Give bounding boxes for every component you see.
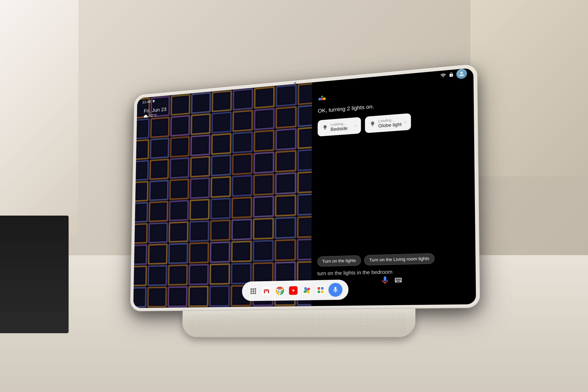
google-assistant-mic-button[interactable] [328, 283, 342, 297]
svg-rect-111 [321, 290, 324, 293]
chevron-right-icon-globe: › [404, 120, 406, 124]
window-right [470, 0, 588, 176]
svg-rect-108 [318, 287, 320, 290]
location-icon [152, 100, 155, 103]
mic-icon [332, 286, 339, 294]
youtube-icon[interactable] [288, 284, 299, 296]
lightbulb-icon-bedside [322, 124, 328, 131]
window-left [0, 0, 78, 235]
dark-object-left [0, 216, 68, 333]
assistant-icon [318, 94, 326, 104]
google-one-icon[interactable] [314, 284, 326, 296]
bedside-card-content: Loading... Bedside [331, 121, 352, 132]
svg-rect-107 [316, 286, 325, 294]
voice-query-text: turn on the lights in the bedroom [317, 267, 469, 276]
google-assistant-dots [318, 94, 326, 104]
google-mic-icon[interactable] [380, 276, 390, 285]
chip-turn-on-lights[interactable]: Turn on the lights [317, 255, 361, 266]
svg-point-98 [321, 98, 324, 100]
svg-rect-109 [321, 287, 324, 290]
svg-point-99 [323, 97, 326, 100]
svg-rect-110 [318, 290, 320, 293]
chip-turn-on-living-room[interactable]: Turn on the Living room lights [364, 253, 434, 266]
gmail-icon[interactable] [261, 285, 272, 297]
wallpaper-panel: 11:48 Fri, Jun 23 32°C [133, 82, 312, 308]
google-apps-icon[interactable] [248, 286, 259, 297]
taskbar-dock [242, 280, 348, 301]
tablet-device: 11:48 Fri, Jun 23 32°C [130, 64, 480, 337]
chevron-right-icon-bedside: › [355, 124, 356, 128]
keyboard-icon[interactable] [394, 276, 402, 284]
temperature-display: 32°C [149, 113, 157, 118]
assistant-panel: OK, turning 2 lights on. Loading... Beds… [311, 68, 476, 306]
lock-icon [449, 72, 454, 78]
photos-icon[interactable] [301, 284, 313, 296]
light-card-globe[interactable]: Loading... Globe light › [365, 113, 411, 133]
wifi-icon [440, 72, 446, 78]
date-weather-overlay: Fri, Jun 23 32°C [144, 106, 166, 119]
globe-card-content: Loading... Globe light [378, 118, 402, 129]
lightbulb-icon-globe [370, 121, 376, 128]
cloud-icon [144, 114, 148, 118]
light-card-bedside[interactable]: Loading... Bedside › [318, 117, 361, 136]
speaker-grille [190, 312, 407, 333]
chrome-icon[interactable] [274, 285, 286, 296]
status-time-group: 11:48 [142, 99, 156, 104]
user-avatar[interactable] [456, 68, 467, 79]
svg-point-100 [321, 96, 323, 98]
tablet-screen: 11:48 Fri, Jun 23 32°C [133, 68, 476, 308]
speaker-base [182, 308, 416, 337]
tablet-body: 11:48 Fri, Jun 23 32°C [130, 64, 480, 312]
svg-point-97 [318, 98, 321, 100]
status-time: 11:48 [142, 99, 151, 104]
